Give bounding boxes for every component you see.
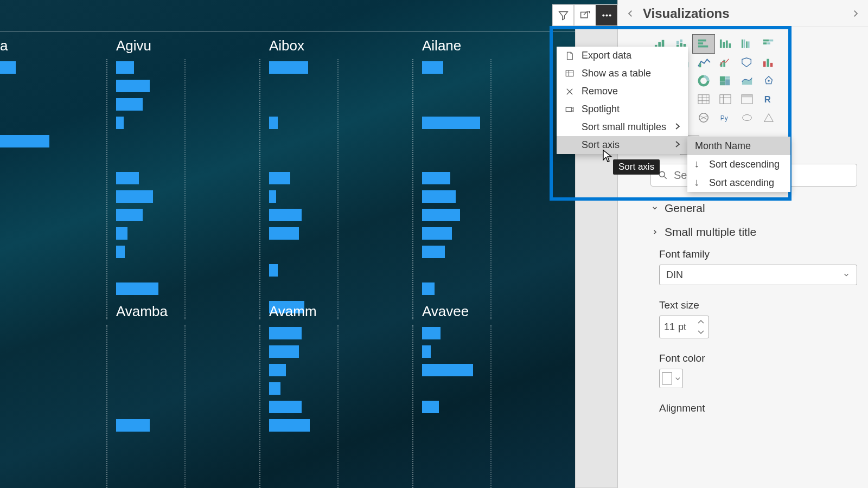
small-multiple-cell[interactable]: Avamm [229, 298, 382, 488]
submenu-item-month-name[interactable]: Month Name [687, 137, 790, 155]
viz-type-10[interactable] [736, 53, 758, 72]
svg-point-71 [659, 171, 665, 177]
viz-type-16[interactable] [736, 72, 758, 90]
viz-type-3[interactable] [714, 35, 736, 53]
menu-item-label: Sort small multiples [582, 121, 666, 133]
bar-segment[interactable] [422, 190, 456, 203]
viz-type-2[interactable] [693, 35, 714, 53]
viz-type-9[interactable] [714, 53, 736, 72]
menu-item-remove[interactable]: Remove [557, 82, 688, 100]
bar-segment[interactable] [116, 117, 124, 129]
viz-type-20[interactable] [693, 90, 714, 108]
font-color-picker[interactable] [659, 369, 683, 388]
bar-segment[interactable] [269, 382, 280, 395]
general-section-header[interactable]: General [618, 196, 868, 220]
bar-segment[interactable] [116, 80, 150, 92]
viz-type-8[interactable] [693, 53, 714, 72]
menu-item-export-data[interactable]: Export data [557, 47, 688, 65]
menu-item-spotlight[interactable]: Spotlight [557, 100, 688, 118]
bar-segment[interactable] [422, 172, 450, 184]
bar-segment[interactable] [422, 327, 441, 339]
report-canvas[interactable]: aAgivuAiboxAilaneAvambaAvammAvavee [0, 0, 617, 488]
bar-segment[interactable] [422, 401, 439, 413]
small-multiple-cell[interactable] [0, 298, 76, 488]
bar-segment[interactable] [269, 327, 302, 339]
bar-segment[interactable] [116, 172, 139, 184]
svg-rect-34 [770, 63, 773, 67]
viz-type-22[interactable] [736, 90, 758, 108]
submenu-item-label: Sort ascending [709, 177, 774, 189]
pane-forward-button[interactable] [850, 8, 861, 20]
bar-segment[interactable] [0, 61, 16, 74]
small-multiple-cell[interactable]: Ailane [382, 32, 535, 319]
viz-type-5[interactable] [758, 35, 780, 53]
bar-segment[interactable] [116, 282, 158, 295]
viz-type-21[interactable] [714, 90, 736, 108]
viz-type-15[interactable] [714, 72, 736, 90]
spinner-up-icon[interactable] [698, 319, 704, 325]
font-family-dropdown[interactable]: DIN [659, 265, 857, 285]
small-multiple-cell[interactable]: a [0, 32, 76, 319]
bar-segment[interactable] [269, 209, 302, 221]
viz-type-29[interactable] [758, 108, 780, 127]
bar-segment[interactable] [116, 98, 143, 111]
viz-type-14[interactable] [693, 72, 714, 90]
bar-segment[interactable] [422, 282, 435, 295]
svg-rect-12 [680, 40, 682, 43]
bar-segment[interactable] [116, 190, 153, 203]
bar-segment[interactable] [269, 401, 302, 413]
bar-segment[interactable] [116, 209, 143, 221]
bar-segment[interactable] [116, 61, 134, 74]
small-multiple-cell[interactable]: Aibox [229, 32, 382, 319]
bar-segment[interactable] [422, 227, 452, 240]
viz-type-4[interactable] [736, 35, 758, 53]
spinner-down-icon[interactable] [698, 329, 704, 335]
bar-segment[interactable] [116, 227, 127, 240]
menu-item-label: Show as a table [582, 68, 651, 79]
svg-rect-33 [767, 59, 769, 67]
bar-segment[interactable] [269, 61, 308, 74]
submenu-item-sort-descending[interactable]: Sort descending [687, 155, 790, 174]
bar-segment[interactable] [422, 117, 480, 129]
bar-segment[interactable] [269, 172, 290, 184]
small-multiples-visual[interactable]: aAgivuAiboxAilaneAvambaAvammAvavee [0, 31, 575, 488]
bar-segment[interactable] [116, 246, 125, 258]
svg-rect-42 [725, 76, 730, 79]
viz-type-27[interactable]: Py [714, 108, 736, 127]
bar-segment[interactable] [269, 419, 310, 432]
bar-segment[interactable] [269, 190, 276, 203]
small-multiple-cell[interactable]: Avavee [382, 298, 535, 488]
viz-type-11[interactable] [758, 53, 780, 72]
menu-item-show-as-a-table[interactable]: Show as a table [557, 65, 688, 82]
small-multiple-title: Avavee [382, 303, 535, 327]
svg-rect-16 [698, 46, 708, 48]
bar-segment[interactable] [422, 61, 443, 74]
small-multiple-title-section-header[interactable]: Small multiple title [618, 220, 868, 244]
bar-segment[interactable] [0, 135, 49, 147]
text-size-spinner[interactable]: 11 pt [659, 316, 709, 338]
bar-segment[interactable] [269, 345, 299, 358]
bar-segment[interactable] [116, 419, 150, 432]
bar-segment[interactable] [269, 227, 299, 240]
bar-segment[interactable] [269, 264, 278, 277]
bar-segment[interactable] [269, 117, 278, 129]
bar-segment[interactable] [422, 209, 460, 221]
small-multiple-cell[interactable]: Agivu [76, 32, 229, 319]
sort-desc-icon [695, 160, 704, 169]
bar-segment[interactable] [422, 345, 431, 358]
bar-segment[interactable] [422, 364, 473, 376]
filter-button[interactable] [552, 4, 574, 26]
menu-item-sort-axis[interactable]: Sort axis [557, 136, 688, 154]
viz-type-26[interactable] [693, 108, 714, 127]
submenu-item-sort-ascending[interactable]: Sort ascending [687, 174, 790, 192]
more-options-button[interactable] [596, 4, 617, 26]
bar-segment[interactable] [269, 364, 286, 376]
viz-type-23[interactable]: R [758, 90, 780, 108]
bar-segment[interactable] [422, 246, 445, 258]
focus-mode-button[interactable] [574, 4, 596, 26]
menu-item-sort-small-multiples[interactable]: Sort small multiples [557, 118, 688, 136]
small-multiple-cell[interactable]: Avamba [76, 298, 229, 488]
viz-type-17[interactable] [758, 72, 780, 90]
viz-type-28[interactable] [736, 108, 758, 127]
pane-back-button[interactable] [624, 8, 636, 20]
